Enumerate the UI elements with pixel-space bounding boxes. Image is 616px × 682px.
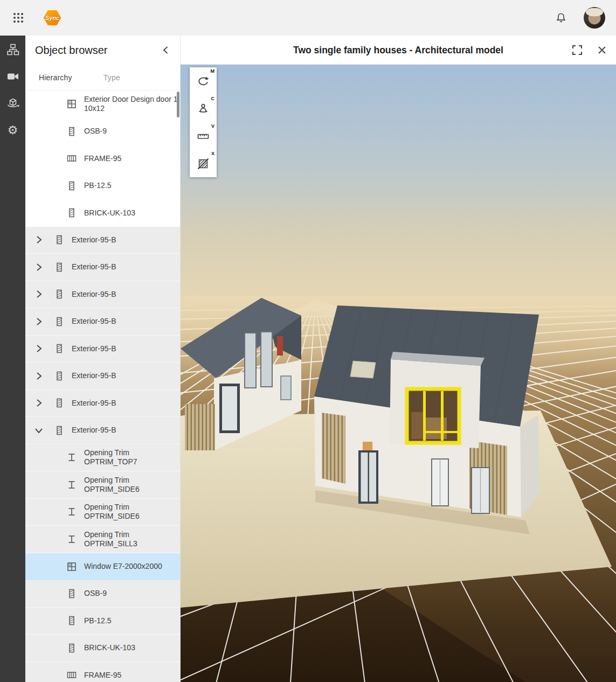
- tree-item-label: BRICK-UK-103: [84, 643, 135, 652]
- hatch-icon: [66, 643, 77, 653]
- close-icon: [597, 45, 607, 55]
- tool-shortcut: X: [211, 151, 214, 156]
- tree-item[interactable]: Exterior-95-B: [25, 227, 180, 254]
- tree-item-label: PB-12.5: [84, 616, 112, 625]
- selected-window-highlight[interactable]: [407, 389, 459, 443]
- sync-logo[interactable]: Sync: [43, 10, 61, 26]
- tree-item[interactable]: FRAME-95: [25, 662, 180, 682]
- tree-item-label: Exterior-95-B: [72, 344, 116, 353]
- tree-item[interactable]: OSB-9: [25, 580, 180, 608]
- hatch-icon: [66, 180, 77, 191]
- avatar[interactable]: [584, 7, 605, 29]
- tree-item-label: Exterior-95-B: [72, 290, 116, 299]
- tree-item-label: FRAME-95: [84, 154, 121, 163]
- wall-icon: [54, 289, 65, 300]
- model-viewer: Two single family houses - Architectural…: [181, 36, 616, 682]
- tree-item-label: Exterior Door Design door 110x12: [84, 95, 178, 113]
- tree-item[interactable]: Exterior-95-B: [25, 390, 180, 417]
- wall-icon: [54, 343, 65, 354]
- tab-hierarchy[interactable]: Hierarchy: [39, 73, 72, 82]
- collapse-panel-button[interactable]: [157, 41, 175, 59]
- tool-shortcut: M: [211, 68, 215, 74]
- ruler-icon: [197, 130, 210, 143]
- close-button[interactable]: [593, 41, 611, 59]
- tree-item[interactable]: Exterior-95-B: [25, 281, 180, 309]
- tree-item[interactable]: BRICK-UK-103: [25, 635, 180, 662]
- chevron-down-icon[interactable]: [33, 424, 45, 436]
- 3d-scene[interactable]: M C V: [181, 65, 616, 682]
- fullscreen-button[interactable]: [569, 41, 586, 59]
- tree-item[interactable]: Window E7-2000x2000: [25, 553, 180, 581]
- chevron-right-icon[interactable]: [33, 397, 45, 409]
- logo-text: Sync: [45, 15, 59, 21]
- scrollbar-thumb[interactable]: [177, 92, 179, 117]
- rail-hierarchy-button[interactable]: [0, 36, 25, 63]
- tree-item[interactable]: BRICK-UK-103: [25, 199, 180, 227]
- tree-item[interactable]: Exterior-95-B: [25, 363, 180, 390]
- tool-shortcut: C: [211, 96, 215, 101]
- chevron-right-icon[interactable]: [33, 316, 45, 328]
- tree-item[interactable]: PB-12.5: [25, 172, 180, 200]
- orbit-tool-button[interactable]: M: [190, 67, 217, 95]
- tree-item[interactable]: Exterior-95-B: [25, 254, 180, 281]
- chevron-right-icon[interactable]: [33, 288, 45, 300]
- chevron-right-icon[interactable]: [33, 261, 45, 273]
- tree-item[interactable]: Exterior Door Design door 110x12: [25, 91, 180, 118]
- hatch-icon: [66, 615, 77, 626]
- rail-settings-button[interactable]: ⚙: [0, 117, 25, 144]
- left-rail: ⚙: [0, 36, 25, 682]
- hatch-icon: [66, 588, 77, 599]
- chevron-left-icon: [160, 44, 172, 56]
- tree-item-label: BRICK-UK-103: [84, 208, 135, 218]
- window-icon: [66, 561, 77, 572]
- tree-item[interactable]: FRAME-95: [25, 145, 180, 172]
- wall-icon: [54, 425, 65, 436]
- tree-item-label: Exterior-95-B: [72, 371, 116, 380]
- tree-item-label: Exterior-95-B: [72, 317, 116, 326]
- hatch-icon: [66, 126, 77, 137]
- tree-item[interactable]: PB-12.5: [25, 608, 180, 635]
- bell-icon[interactable]: [551, 8, 571, 27]
- house-right[interactable]: [314, 305, 539, 517]
- first-person-tool-button[interactable]: C: [190, 95, 217, 122]
- tree-item-label: Exterior-95-B: [72, 399, 116, 408]
- rail-camera-button[interactable]: [0, 63, 25, 90]
- section-hatch-icon: [197, 157, 210, 170]
- app-bar: Sync: [0, 0, 616, 36]
- wall-icon: [54, 398, 65, 408]
- tree-item-label: Exterior-95-B: [72, 426, 116, 435]
- tab-type[interactable]: Type: [103, 73, 120, 82]
- tree-item[interactable]: Exterior-95-B: [25, 417, 180, 444]
- apps-grid-icon[interactable]: [8, 7, 29, 29]
- object-tree: Exterior Door Design door 110x12OSB-9FRA…: [25, 91, 180, 682]
- object-browser-panel: Object browser Hierarchy Type Exterior D…: [25, 36, 181, 682]
- measure-tool-button[interactable]: V: [190, 122, 217, 150]
- tree-item[interactable]: Opening TrimOPTRIM_SIDE6: [25, 499, 180, 526]
- browser-tabs: Hierarchy Type: [25, 65, 180, 91]
- tree-item-label: Exterior-95-B: [72, 235, 116, 245]
- tree-item[interactable]: Opening TrimOPTRIM_SIDE6: [25, 471, 180, 499]
- chevron-right-icon[interactable]: [33, 234, 45, 246]
- hide-section-tool-button[interactable]: X: [190, 150, 217, 177]
- tree-item-label: Opening TrimOPTRIM_SILL3: [84, 530, 137, 548]
- tree-item[interactable]: Exterior-95-B: [25, 308, 180, 336]
- viewer-title: Two single family houses - Architectural…: [181, 36, 616, 65]
- rail-3d-model-button[interactable]: [0, 90, 25, 117]
- tree-item[interactable]: Opening TrimOPTRIM_SILL3: [25, 526, 180, 553]
- chevron-right-icon[interactable]: [33, 370, 45, 382]
- trim-icon: [66, 452, 77, 463]
- tree-item-label: Window E7-2000x2000: [84, 562, 162, 571]
- tree-item[interactable]: Exterior-95-B: [25, 336, 180, 363]
- sky: [181, 65, 616, 314]
- chevron-right-icon[interactable]: [33, 343, 45, 354]
- tree-item[interactable]: OSB-9: [25, 118, 180, 145]
- tree-item-label: Exterior-95-B: [72, 262, 116, 272]
- tree-item-label: OSB-9: [84, 127, 107, 136]
- 3d-viewport[interactable]: [181, 65, 616, 682]
- panel-title: Object browser: [35, 44, 108, 57]
- tree-item-label: Opening TrimOPTRIM_TOP7: [84, 448, 137, 467]
- tree-item-label: FRAME-95: [84, 671, 121, 680]
- tree-item[interactable]: Opening TrimOPTRIM_TOP7: [25, 444, 180, 472]
- roof-window: [350, 361, 376, 378]
- hatch-icon: [66, 207, 77, 218]
